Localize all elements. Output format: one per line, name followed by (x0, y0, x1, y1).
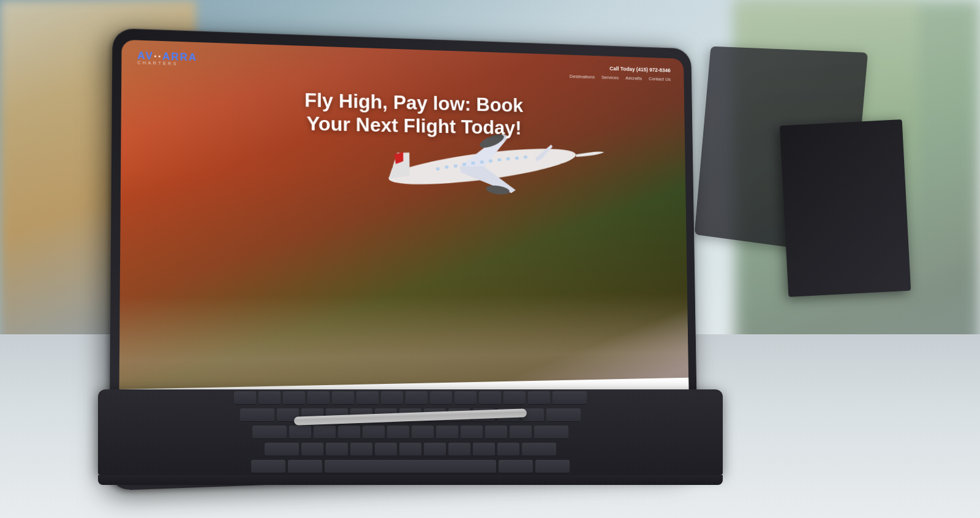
key (326, 443, 348, 456)
key (479, 391, 501, 405)
nav-contact[interactable]: Contact Us (649, 76, 671, 82)
key (332, 391, 354, 405)
key-alt-right (499, 460, 533, 473)
key-alt (288, 460, 322, 473)
key (503, 391, 526, 405)
nav-links: Destinations Services Aircrafts Contact … (570, 73, 671, 82)
key (405, 391, 428, 405)
key-caps (252, 426, 287, 439)
key (381, 391, 403, 405)
key (497, 443, 519, 456)
key (510, 426, 532, 439)
key (399, 443, 421, 456)
keyboard-hinge (98, 475, 723, 485)
key (338, 426, 360, 439)
key-shift-right (522, 443, 556, 456)
key (528, 391, 550, 405)
key-shift (265, 443, 299, 456)
key (258, 391, 281, 405)
key (314, 426, 336, 439)
nav-aircrafts[interactable]: Aircrafts (625, 75, 642, 81)
keyboard-row-5 (110, 460, 710, 473)
nav-right: Call Today (415) 972-8346 Destinations S… (570, 64, 671, 82)
hero-title: Fly High, Pay low: Book Your Next Flight… (304, 88, 524, 140)
key (424, 443, 446, 456)
hero-title-line1: Fly High, Pay low: Book (304, 89, 523, 116)
key-enter (546, 408, 581, 422)
key-enter2 (534, 426, 568, 439)
key-spacebar (325, 460, 496, 473)
key (412, 426, 434, 439)
key (473, 443, 495, 456)
logo: AV··ARRA CHARTERS (137, 50, 197, 67)
keyboard-row-1 (110, 391, 710, 405)
key (448, 443, 470, 456)
key (234, 391, 256, 405)
key-ctrl-right (535, 460, 570, 473)
key (387, 426, 409, 439)
key-tab (240, 408, 274, 422)
key (363, 426, 385, 439)
key-ctrl (251, 460, 285, 473)
nav-destinations[interactable]: Destinations (570, 73, 595, 80)
key (436, 426, 458, 439)
nav-phone: Call Today (415) 972-8346 (570, 64, 671, 73)
keyboard-body (98, 389, 723, 475)
key-backspace (552, 391, 587, 405)
key (301, 443, 323, 456)
keyboard-row-4 (110, 443, 710, 456)
hero-title-line2: Your Next Flight Today! (306, 113, 521, 139)
logo-dots: ·· (154, 51, 162, 62)
logo-av: AV (137, 50, 154, 61)
key (356, 391, 379, 405)
key (461, 426, 483, 439)
key (350, 443, 372, 456)
key (289, 426, 311, 439)
key (485, 426, 507, 439)
key (283, 391, 305, 405)
nav-services[interactable]: Services (601, 75, 619, 80)
key (307, 391, 330, 405)
key (430, 391, 452, 405)
keyboard-container (98, 389, 723, 500)
key (375, 443, 397, 456)
keyboard-row-3 (110, 426, 710, 439)
key (454, 391, 477, 405)
notebook (780, 119, 911, 297)
